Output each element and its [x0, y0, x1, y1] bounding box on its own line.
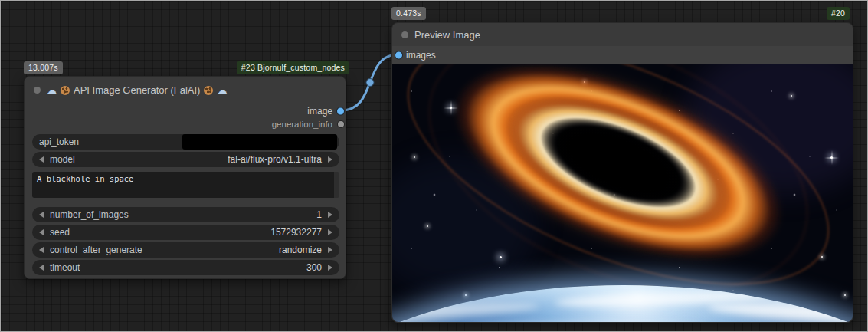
next-arrow-icon[interactable]: [328, 265, 332, 271]
prev-arrow-icon[interactable]: [39, 212, 44, 218]
node-title-bar[interactable]: ☁ API Image Generator (FalAI) ☁: [25, 77, 346, 102]
model-value: fal-ai/flux-pro/v1.1-ultra: [228, 154, 322, 165]
seed-widget[interactable]: seed 1572932277: [32, 225, 339, 240]
node-id-badge: #23 Bjornulf_custom_nodes: [237, 61, 349, 74]
output-socket-generation-info[interactable]: [338, 121, 344, 127]
seed-label: seed: [50, 227, 70, 238]
number-of-images-widget[interactable]: number_of_images 1: [32, 207, 339, 222]
next-arrow-icon[interactable]: [328, 212, 332, 218]
output-label-image: image: [307, 106, 332, 117]
timeout-widget[interactable]: timeout 300: [32, 260, 339, 275]
output-slot-image: image: [25, 105, 346, 117]
control-after-generate-value: randomize: [279, 245, 322, 255]
node-editor-canvas[interactable]: 13.007s #23 Bjornulf_custom_nodes ☁ API …: [0, 0, 868, 332]
star: [791, 95, 792, 97]
star: [844, 294, 846, 296]
next-arrow-icon[interactable]: [328, 156, 332, 163]
next-arrow-icon[interactable]: [328, 247, 332, 253]
star: [821, 256, 823, 258]
number-of-images-label: number_of_images: [50, 209, 129, 220]
preview-image: [392, 64, 853, 322]
control-after-generate-label: control_after_generate: [50, 245, 142, 255]
input-label-images: images: [406, 50, 436, 61]
star: [414, 156, 415, 158]
api-token-value-redacted: [182, 134, 337, 150]
node-title: Preview Image: [414, 29, 480, 41]
cloud-icon: ☁: [217, 85, 227, 95]
prompt-textarea[interactable]: A blackhole in space: [32, 172, 339, 198]
execution-time-badge: 0.473s: [391, 7, 426, 20]
collapse-toggle[interactable]: [34, 87, 41, 94]
prev-arrow-icon[interactable]: [39, 156, 44, 163]
model-label: model: [50, 154, 75, 165]
link-midpoint-dot[interactable]: [366, 79, 374, 87]
star: [500, 256, 502, 258]
timeout-value: 300: [306, 262, 322, 273]
node-id-badge: #20: [827, 7, 850, 20]
timeout-label: timeout: [50, 262, 80, 273]
link-image-to-images[interactable]: [342, 54, 399, 110]
star: [427, 225, 428, 227]
star: [830, 156, 833, 159]
input-socket-images[interactable]: [395, 52, 402, 59]
api-image-generator-node[interactable]: ☁ API Image Generator (FalAI) ☁ image ge…: [24, 76, 346, 279]
api-token-widget[interactable]: api_token: [32, 134, 339, 150]
cookie-icon: [61, 86, 70, 95]
seed-value: 1572932277: [270, 227, 322, 238]
input-slot-images: images: [392, 46, 853, 64]
control-after-generate-widget[interactable]: control_after_generate randomize: [32, 242, 339, 258]
star: [465, 294, 467, 296]
output-label-generation-info: generation_info: [272, 120, 332, 129]
preview-image-node[interactable]: Preview Image images: [391, 22, 853, 323]
prev-arrow-icon[interactable]: [39, 265, 44, 271]
output-socket-image[interactable]: [337, 108, 344, 115]
number-of-images-value: 1: [316, 209, 322, 220]
node-title-bar[interactable]: Preview Image: [392, 23, 853, 47]
execution-time-badge: 13.007s: [24, 61, 63, 74]
api-token-label: api_token: [39, 136, 79, 147]
prev-arrow-icon[interactable]: [39, 247, 44, 253]
node-title: API Image Generator (FalAI): [74, 84, 200, 96]
cookie-icon: [204, 86, 213, 95]
next-arrow-icon[interactable]: [328, 229, 332, 235]
cloud-icon: ☁: [47, 85, 57, 95]
output-slot-generation-info: generation_info: [25, 118, 346, 130]
prev-arrow-icon[interactable]: [39, 229, 44, 235]
model-widget[interactable]: model fal-ai/flux-pro/v1.1-ultra: [32, 152, 339, 167]
collapse-toggle[interactable]: [401, 31, 408, 38]
